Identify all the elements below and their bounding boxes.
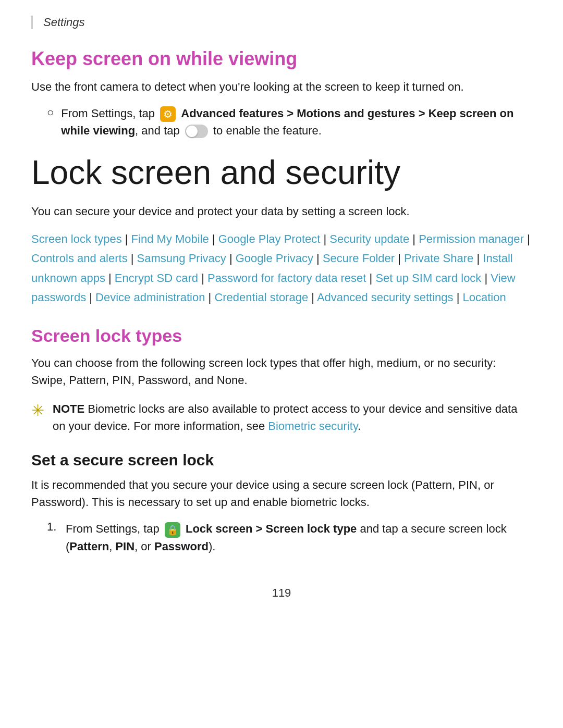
page: Settings Keep screen on while viewing Us… (0, 0, 563, 728)
link-security-update[interactable]: Security update (329, 232, 409, 245)
note-label: NOTE (53, 402, 84, 415)
link-sim-card-lock[interactable]: Set up SIM card lock (375, 272, 481, 285)
lock-screen-icon (165, 522, 180, 538)
keep-screen-description: Use the front camera to detect when you'… (31, 78, 532, 95)
link-location[interactable]: Location (463, 291, 506, 304)
breadcrumb: Settings (43, 16, 85, 29)
toggle-icon (185, 125, 208, 138)
link-biometric-security[interactable]: Biometric security (268, 419, 358, 433)
note-sun-icon: ✳ (31, 401, 44, 419)
link-private-share[interactable]: Private Share (404, 252, 473, 265)
secure-lock-description: It is recommended that you secure your d… (31, 476, 532, 511)
link-password-factory[interactable]: Password for factory data reset (207, 272, 366, 285)
link-device-administration[interactable]: Device administration (95, 291, 205, 304)
note-text: NOTE Biometric locks are also available … (53, 400, 532, 435)
link-find-my-mobile[interactable]: Find My Mobile (131, 232, 209, 245)
subsection-secure-lock: Set a secure screen lock It is recommend… (31, 451, 532, 554)
breadcrumb-container: Settings (31, 16, 532, 29)
keep-screen-bullet: ○ From Settings, tap Advanced features >… (47, 105, 532, 139)
keep-screen-bullet-text: From Settings, tap Advanced features > M… (61, 105, 532, 139)
note-body2: . (358, 419, 361, 433)
link-credential-storage[interactable]: Credential storage (214, 291, 308, 304)
secure-lock-title: Set a secure screen lock (31, 451, 532, 469)
settings-gear-icon (160, 106, 176, 122)
section-keep-screen: Keep screen on while viewing Use the fro… (31, 48, 532, 139)
keep-screen-title: Keep screen on while viewing (31, 48, 532, 70)
link-secure-folder[interactable]: Secure Folder (323, 252, 395, 265)
section-screen-lock-types: Screen lock types You can choose from th… (31, 326, 532, 554)
note-block: ✳ NOTE Biometric locks are also availabl… (31, 400, 532, 435)
link-samsung-privacy[interactable]: Samsung Privacy (137, 252, 226, 265)
step-1-text: From Settings, tap Lock screen > Screen … (66, 520, 532, 554)
link-advanced-security[interactable]: Advanced security settings (317, 291, 454, 304)
links-block: Screen lock types | Find My Mobile | Goo… (31, 229, 532, 307)
screen-lock-types-title: Screen lock types (31, 326, 532, 346)
link-permission-manager[interactable]: Permission manager (419, 232, 524, 245)
step-1: 1. From Settings, tap Lock screen > Scre… (47, 520, 532, 554)
lock-screen-description: You can secure your device and protect y… (31, 203, 532, 220)
main-title: Lock screen and security (31, 154, 532, 192)
link-screen-lock-types[interactable]: Screen lock types (31, 232, 122, 245)
link-google-play-protect[interactable]: Google Play Protect (218, 232, 321, 245)
link-google-privacy[interactable]: Google Privacy (236, 252, 313, 265)
link-controls-alerts[interactable]: Controls and alerts (31, 252, 128, 265)
link-encrypt-sd[interactable]: Encrypt SD card (115, 272, 198, 285)
step-1-number: 1. (47, 520, 66, 534)
page-number: 119 (31, 586, 532, 600)
numbered-list: 1. From Settings, tap Lock screen > Scre… (47, 520, 532, 554)
bullet-circle-icon: ○ (47, 106, 54, 119)
screen-lock-types-description: You can choose from the following screen… (31, 354, 532, 389)
